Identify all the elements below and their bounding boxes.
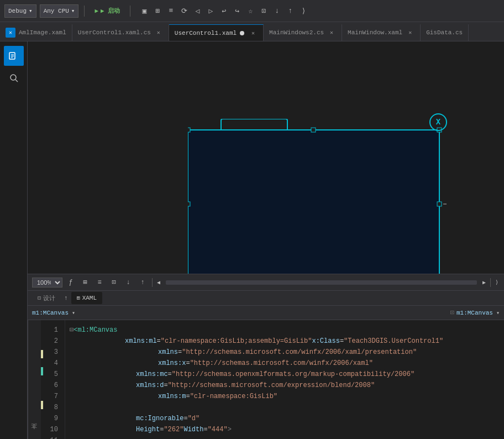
tab-label-amlimage: AmlImage.xaml — [19, 29, 66, 36]
line-num-11: 11 — [48, 435, 62, 439]
toolbar-icon-1[interactable]: ▣ — [138, 5, 150, 17]
code-content[interactable]: ⊟ <ml:MCanvas xmlns:ml="clr-namespace:Gi… — [65, 320, 504, 439]
debug-dropdown[interactable]: Debug ▾ — [4, 4, 36, 18]
code-line-5: xmlns:mc="http://schemas.openxmlformats.… — [65, 369, 504, 380]
toolbar-icon-5[interactable]: ◁ — [191, 5, 203, 17]
tab-label-mainwindows2: MainWindows2.cs — [269, 29, 324, 36]
code-line-1: ⊟ <ml:MCanvas — [65, 325, 504, 336]
code-line-10: Height="262" Width="444"> — [65, 424, 504, 435]
expand-icon[interactable]: ⟩ — [494, 279, 500, 286]
line-num-4: 4 — [48, 358, 62, 369]
tab-label-gisdata: GisData.cs — [426, 29, 463, 36]
toolbar-icon-7[interactable]: ↩ — [218, 5, 230, 17]
horizontal-scrollbar[interactable] — [166, 280, 477, 285]
tab-bar: ✕ AmlImage.xaml UserControl1.xaml.cs ✕ U… — [0, 22, 504, 41]
scroll-right-arrow[interactable]: ▶ — [481, 279, 487, 286]
line-numbers: 1 2 3 4 5 6 7 8 9 10 11 12 13 — [43, 320, 65, 439]
toolbar-icon-11[interactable]: ↓ — [271, 5, 283, 17]
start-icon: ▶ — [95, 7, 98, 14]
left-text-label: 文本 — [28, 320, 41, 439]
code-line-7: xmlns:m="clr-namespace:GisLib" — [65, 391, 504, 402]
code-line-2: xmlns:ml="clr-namespace:GisLib;assembly=… — [65, 336, 504, 347]
folder-shape-svg — [188, 119, 448, 274]
tab-label-usercontrol-xaml: UserControl1.xaml — [175, 30, 237, 36]
line-num-1: 1 — [48, 325, 62, 336]
design-icon: ⊡ — [38, 295, 41, 301]
formula-icon[interactable]: ƒ — [65, 276, 77, 289]
toolbar-icon-9[interactable]: ☆ — [244, 5, 256, 17]
tab-close-mainwindow-xaml[interactable]: ✕ — [406, 28, 414, 37]
toolbar-icon-3[interactable]: ≡ — [165, 5, 177, 17]
tab-close-usercontrol-cs[interactable]: ✕ — [154, 28, 163, 37]
tab-mainwindow-xaml[interactable]: MainWindow.xaml ✕ — [342, 24, 421, 41]
tab-close-amlimage[interactable]: ✕ — [6, 28, 15, 38]
code-line-11 — [65, 435, 504, 439]
cpu-label: Any CPU — [44, 8, 69, 14]
code-line-6: xmlns:d="http://schemas.microsoft.com/ex… — [65, 380, 504, 391]
svg-line-5 — [15, 80, 18, 82]
toolbar-icon-13[interactable]: ⟩ — [297, 5, 309, 17]
svg-rect-11 — [188, 202, 190, 206]
code-line-4: xmlns:x="http://schemas.microsoft.com/wi… — [65, 358, 504, 369]
left-sidebar — [0, 41, 28, 439]
tab-label-mainwindow-xaml: MainWindow.xaml — [348, 29, 402, 36]
tab-mainwindows2[interactable]: MainWindows2.cs ✕ — [264, 24, 342, 41]
design-label: 设计 — [43, 294, 55, 302]
breadcrumb-left[interactable]: m1:MCanvas — [32, 310, 69, 316]
zoom-select[interactable]: 100% 75% 50% 150% — [32, 278, 62, 288]
code-line-9: mc:Ignorable="d" — [65, 413, 504, 424]
breadcrumb-icon: ⊡ — [450, 309, 454, 317]
svg-rect-9 — [311, 128, 316, 132]
line-num-9: 9 — [48, 413, 62, 424]
zoom-out-icon[interactable]: ↑ — [136, 276, 149, 289]
xaml-label: XAML — [82, 295, 97, 301]
start-button[interactable]: ▶ ▶ 启动 — [90, 6, 124, 16]
list-view-icon[interactable]: ≡ — [93, 276, 106, 289]
toolbar-icon-4[interactable]: ⟳ — [178, 5, 190, 17]
svg-rect-12 — [437, 202, 442, 206]
line-num-8: 8 — [48, 402, 62, 413]
line-num-5: 5 — [48, 369, 62, 380]
cpu-arrow: ▾ — [71, 7, 75, 14]
view-tabs: ⊡ 设计 ↑ ⊞ XAML — [28, 290, 504, 306]
modified-indicator — [240, 31, 244, 35]
tab-usercontrol-xaml[interactable]: UserControl1.xaml ✕ — [169, 24, 264, 41]
toolbar-icon-12[interactable]: ↑ — [284, 5, 296, 17]
toolbar-icon-10[interactable]: ⊡ — [258, 5, 270, 17]
grid-view-icon[interactable]: ⊞ — [79, 276, 91, 289]
code-line-3: xmlns="http://schemas.microsoft.com/winf… — [65, 347, 504, 358]
zoom-in-icon[interactable]: ↓ — [122, 276, 134, 289]
tab-design[interactable]: ⊡ 设计 — [32, 292, 61, 304]
tab-xaml[interactable]: ⊞ XAML — [71, 292, 102, 304]
toolbar-icon-8[interactable]: ↪ — [231, 5, 243, 17]
scroll-left-arrow[interactable]: ◀ — [156, 279, 161, 286]
breadcrumb-right[interactable]: m1:MCanvas — [456, 310, 493, 316]
tab-gisdata[interactable]: GisData.cs — [421, 24, 469, 41]
toolbar-icon-2[interactable]: ⊞ — [151, 5, 164, 17]
design-canvas[interactable]: X — [28, 41, 504, 274]
snap-icon[interactable]: ⊡ — [108, 276, 120, 289]
sidebar-icon-search[interactable] — [4, 68, 24, 88]
breadcrumb-bar: m1:MCanvas ▾ ⊡ m1:MCanvas ▾ — [28, 306, 504, 320]
sidebar-icon-explorer[interactable] — [4, 46, 24, 66]
bottom-sep — [152, 278, 153, 287]
content-area: X 100% 75% 50% 150% ƒ ⊞ ≡ ⊡ ↓ ↑ ◀ ▶ ⟩ — [28, 41, 504, 439]
tab-close-mainwindows2[interactable]: ✕ — [327, 28, 336, 37]
line-num-7: 7 — [48, 391, 62, 402]
cpu-dropdown[interactable]: Any CPU ▾ — [40, 4, 79, 18]
start-label: ▶ 启动 — [101, 7, 120, 15]
tab-close-usercontrol-xaml[interactable]: ✕ — [249, 29, 258, 38]
line-num-3: 3 — [48, 347, 62, 358]
debug-arrow: ▾ — [29, 7, 33, 14]
tab-label-usercontrol-cs: UserControl1.xaml.cs — [78, 29, 151, 36]
view-arrow-up[interactable]: ↑ — [64, 295, 68, 301]
breadcrumb-right-dropdown[interactable]: ▾ — [496, 310, 500, 316]
tab-usercontrol-cs[interactable]: UserControl1.xaml.cs ✕ — [72, 24, 169, 41]
close-icon: X — [436, 118, 440, 127]
line-num-2: 2 — [48, 336, 62, 347]
tab-amlimage[interactable]: ✕ AmlImage.xaml — [0, 24, 72, 41]
close-button[interactable]: X — [429, 113, 447, 131]
breadcrumb-left-dropdown[interactable]: ▾ — [72, 310, 75, 316]
toolbar-icon-6[interactable]: ▷ — [204, 5, 217, 17]
code-line-8 — [65, 402, 504, 413]
